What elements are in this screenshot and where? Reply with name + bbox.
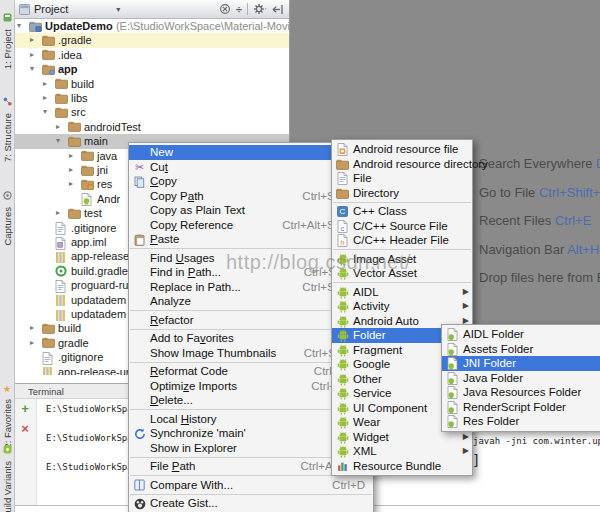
expand-arrow-icon[interactable]: ▸ xyxy=(56,206,60,220)
menu-item-label: Widget xyxy=(353,431,389,443)
menu-item-label: Optimize Imports xyxy=(150,380,237,392)
tree-item-libs[interactable]: ▸libs xyxy=(14,91,289,105)
folder-submenu-item-renderscript-folder[interactable]: RenderScript Folder xyxy=(442,400,600,415)
folder-submenu-item-java-resources-folder[interactable]: Java Resources Folder xyxy=(442,385,600,400)
expand-arrow-icon[interactable]: ▸ xyxy=(69,177,73,191)
tree-item-gradle[interactable]: ▸.gradle xyxy=(14,33,289,47)
target-icon[interactable] xyxy=(219,3,231,15)
menu-separator xyxy=(333,282,471,283)
folder-submenu-item-aidl-folder[interactable]: AIDL Folder xyxy=(442,327,600,342)
tree-item-androidtest[interactable]: ▸androidTest xyxy=(14,120,289,134)
menu-item-label: Copy xyxy=(150,175,177,187)
terminal-title: Terminal xyxy=(28,386,64,397)
tree-item-label: proguard-ru xyxy=(71,278,128,292)
new-submenu-item-resource-bundle[interactable]: Resource Bundle xyxy=(332,459,472,474)
expand-arrow-icon[interactable]: ▸ xyxy=(30,336,34,350)
chevron-down-icon[interactable] xyxy=(116,5,120,14)
tree-item-label: .idea xyxy=(58,48,82,62)
collapse-arrow-icon[interactable]: ▾ xyxy=(30,62,34,76)
folder-submenu-item-assets-folder[interactable]: Assets Folder xyxy=(442,342,600,357)
shortcut-keys: Ctrl+Shift+N xyxy=(539,185,600,200)
sidebar-item-1-project[interactable]: 1: Project xyxy=(0,8,14,69)
menu-item-label: C/C++ Source File xyxy=(353,220,448,232)
android-icon xyxy=(335,300,350,313)
shortcut-keys: Alt+Home xyxy=(567,242,600,257)
new-submenu-item-c-class[interactable]: CC++ Class xyxy=(332,204,472,219)
new-submenu-item-android-resource-file[interactable]: Android resource file xyxy=(332,142,472,157)
expand-arrow-icon[interactable]: ▸ xyxy=(43,77,47,91)
folder-icon xyxy=(55,107,68,118)
editor-hint-recent-files: Recent Files Ctrl+E xyxy=(479,213,591,228)
folder-icon xyxy=(68,136,81,147)
close-icon[interactable]: × xyxy=(14,419,36,439)
file-icon xyxy=(335,172,350,185)
menu-item-label: Vector Asset xyxy=(353,267,417,279)
hide-icon[interactable] xyxy=(272,4,284,15)
tree-item-src[interactable]: ▾src xyxy=(14,105,289,119)
collapse-arrow-icon[interactable]: ▾ xyxy=(17,19,21,33)
menu-item-label: UI Component xyxy=(353,402,427,414)
new-submenu-item-android-resource-directory[interactable]: Android resource directory xyxy=(332,157,472,172)
expand-arrow-icon[interactable]: ▸ xyxy=(30,33,34,47)
menu-item-label: Resource Bundle xyxy=(353,460,441,472)
src-folder-icon xyxy=(445,401,460,414)
android-icon xyxy=(335,402,350,415)
collapse-arrow-icon[interactable]: ▾ xyxy=(56,134,60,148)
menu-separator xyxy=(333,202,471,203)
new-submenu-item-xml[interactable]: XML xyxy=(332,444,472,459)
new-submenu-item-activity[interactable]: Activity xyxy=(332,299,472,314)
tree-item-label: app.iml xyxy=(71,235,106,249)
add-icon[interactable]: + xyxy=(14,399,36,419)
expand-arrow-icon[interactable]: ▸ xyxy=(56,120,60,134)
new-submenu-item-aidl[interactable]: AIDL xyxy=(332,285,472,300)
expand-arrow-icon[interactable]: ▸ xyxy=(69,149,73,163)
folder-icon xyxy=(55,78,68,89)
new-submenu-item-widget[interactable]: Widget xyxy=(332,430,472,445)
tree-item-label: libs xyxy=(71,91,88,105)
tree-item-build[interactable]: ▸build xyxy=(14,77,289,91)
manifest-icon xyxy=(81,193,92,206)
terminal-cursor: ] xyxy=(472,452,480,468)
menu-item-label: Res Folder xyxy=(463,415,519,427)
menu-item-label: Compare With... xyxy=(150,479,233,491)
context-menu-item-create-gist[interactable]: Create Gist... xyxy=(129,496,373,511)
sidebar-item-captures[interactable]: Captures xyxy=(0,186,14,246)
tree-item-path: (E:\StudioWorkSpace\Material-Movies-r xyxy=(113,20,289,32)
menu-item-label: Cut xyxy=(150,161,168,173)
folder-submenu-item-jni-folder[interactable]: JNI Folder xyxy=(442,356,600,371)
new-submenu-item-directory[interactable]: Directory xyxy=(332,186,472,201)
new-submenu-item-file[interactable]: File xyxy=(332,171,472,186)
folder-icon xyxy=(55,93,68,104)
expand-arrow-icon[interactable]: ▸ xyxy=(43,91,47,105)
toolbar-separator xyxy=(247,3,248,15)
tree-item-idea[interactable]: ▸.idea xyxy=(14,48,289,62)
sidebar-item-label: Captures xyxy=(2,207,13,246)
sidebar-item-7-structure[interactable]: 7: Structure xyxy=(0,92,14,162)
tree-item-label: Andr xyxy=(97,192,120,206)
android-icon xyxy=(335,286,350,299)
build-variants-tool-icon xyxy=(3,440,12,458)
expand-arrow-icon[interactable]: ▸ xyxy=(69,163,73,177)
sidebar-item-build-variants[interactable]: Build Variants xyxy=(0,440,14,512)
tree-item-updatedemo[interactable]: ▾UpdateDemo (E:\StudioWorkSpace\Material… xyxy=(14,19,289,33)
project-panel-header: Project ÷ xyxy=(14,0,289,19)
new-submenu-item-c-c-source-file[interactable]: cC/C++ Source File xyxy=(332,219,472,234)
folder-submenu-item-java-folder[interactable]: Java Folder xyxy=(442,371,600,386)
sidebar-item-2-favorites[interactable]: ★2: Favorites xyxy=(0,378,14,449)
menu-item-label: Java Resources Folder xyxy=(463,386,581,398)
menu-item-label: File Path xyxy=(150,460,195,472)
favorites-tool-icon: ★ xyxy=(3,378,11,396)
android-icon xyxy=(335,373,350,386)
gear-icon[interactable] xyxy=(253,3,267,15)
new-submenu-item-c-c-header-file[interactable]: hC/C++ Header File xyxy=(332,233,472,248)
expand-arrow-icon[interactable]: ▸ xyxy=(30,48,34,62)
context-menu-item-compare-with[interactable]: Ctrl+DCompare With... xyxy=(129,478,373,493)
expand-arrow-icon[interactable]: ▸ xyxy=(30,321,34,335)
folder-submenu-item-res-folder[interactable]: Res Folder xyxy=(442,414,600,429)
menu-item-label: Find Usages xyxy=(150,252,215,264)
new-submenu-item-vector-asset[interactable]: Vector Asset xyxy=(332,266,472,281)
new-submenu-item-image-asset[interactable]: Image Asset xyxy=(332,252,472,267)
tree-item-app[interactable]: ▾app xyxy=(14,62,289,76)
collapse-arrow-icon[interactable]: ▾ xyxy=(43,105,47,119)
collapse-icon[interactable]: ÷ xyxy=(236,3,242,15)
